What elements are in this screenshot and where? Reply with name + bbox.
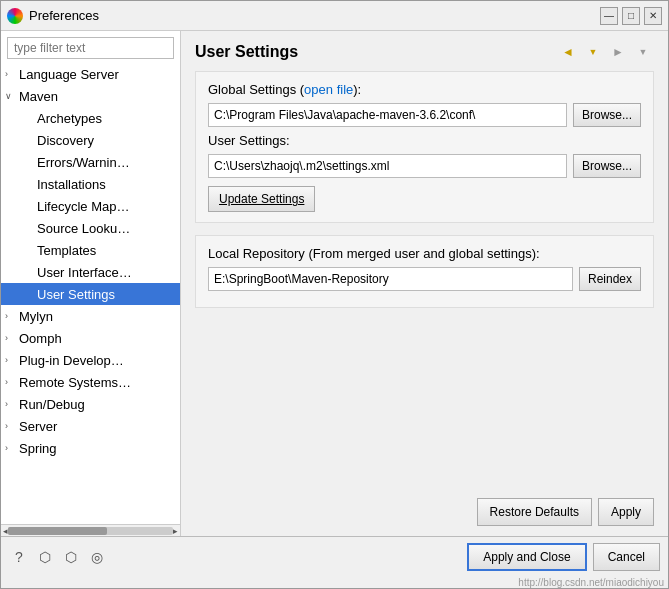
right-panel: User Settings ◄ ▼ ► ▼ Global Settings (o… xyxy=(181,31,668,536)
local-repo-label: Local Repository (From merged user and g… xyxy=(208,246,641,261)
sidebar-item-label: Source Looku… xyxy=(37,221,130,236)
local-repo-section: Local Repository (From merged user and g… xyxy=(195,235,654,308)
expand-arrow: › xyxy=(5,443,19,453)
sidebar-item-label: Archetypes xyxy=(37,111,102,126)
import-icon[interactable]: ⬡ xyxy=(61,547,81,567)
global-browse-button[interactable]: Browse... xyxy=(573,103,641,127)
tree-container: › Language Server ∨ Maven Archetypes Dis… xyxy=(1,63,180,524)
sidebar-item-spring[interactable]: › Spring xyxy=(1,437,180,459)
apply-button[interactable]: Apply xyxy=(598,498,654,526)
sidebar-item-source-lookup[interactable]: Source Looku… xyxy=(1,217,180,239)
global-settings-section: Global Settings (open file): Browse... U… xyxy=(195,71,654,223)
sidebar-item-label: Lifecycle Map… xyxy=(37,199,129,214)
info-icon[interactable]: ◎ xyxy=(87,547,107,567)
sidebar-item-label: Errors/Warnin… xyxy=(37,155,130,170)
forward-dropdown[interactable]: ▼ xyxy=(632,41,654,63)
back-button[interactable]: ◄ xyxy=(557,41,579,63)
user-browse-button[interactable]: Browse... xyxy=(573,154,641,178)
app-icon xyxy=(7,8,23,24)
user-settings-input[interactable] xyxy=(208,154,567,178)
local-repo-input[interactable] xyxy=(208,267,573,291)
hscroll-track[interactable] xyxy=(8,527,173,535)
panel-nav-icons: ◄ ▼ ► ▼ xyxy=(557,41,654,63)
sidebar-item-label: User Interface… xyxy=(37,265,132,280)
footer-bar: ? ⬡ ⬡ ◎ Apply and Close Cancel xyxy=(1,536,668,576)
minimize-button[interactable]: — xyxy=(600,7,618,25)
footer-buttons: Apply and Close Cancel xyxy=(467,543,660,571)
sidebar-item-label: Mylyn xyxy=(19,309,53,324)
sidebar-item-errors-warnings[interactable]: Errors/Warnin… xyxy=(1,151,180,173)
panel-toolbar: User Settings ◄ ▼ ► ▼ xyxy=(195,41,654,63)
forward-button[interactable]: ► xyxy=(607,41,629,63)
local-repo-row: Reindex xyxy=(208,267,641,291)
sidebar-item-label: User Settings xyxy=(37,287,115,302)
expand-arrow: ∨ xyxy=(5,91,19,101)
sidebar-item-label: Oomph xyxy=(19,331,62,346)
expand-arrow: › xyxy=(5,311,19,321)
sidebar-item-remote-systems[interactable]: › Remote Systems… xyxy=(1,371,180,393)
scroll-right[interactable]: ▸ xyxy=(173,526,178,536)
sidebar-item-server[interactable]: › Server xyxy=(1,415,180,437)
sidebar-item-label: Language Server xyxy=(19,67,119,82)
sidebar-item-lifecycle-map[interactable]: Lifecycle Map… xyxy=(1,195,180,217)
title-bar: Preferences — □ ✕ xyxy=(1,1,668,31)
filter-input[interactable] xyxy=(7,37,174,59)
window-controls: — □ ✕ xyxy=(600,7,662,25)
sidebar-item-archetypes[interactable]: Archetypes xyxy=(1,107,180,129)
preferences-window: Preferences — □ ✕ › Language Server ∨ Ma… xyxy=(0,0,669,589)
expand-arrow: › xyxy=(5,355,19,365)
expand-arrow: › xyxy=(5,421,19,431)
sidebar-item-installations[interactable]: Installations xyxy=(1,173,180,195)
sidebar-scrollbar[interactable]: ◂ ▸ xyxy=(1,524,180,536)
sidebar-item-label: Discovery xyxy=(37,133,94,148)
sidebar: › Language Server ∨ Maven Archetypes Dis… xyxy=(1,31,181,536)
action-bar: Restore Defaults Apply xyxy=(195,492,654,528)
sidebar-item-run-debug[interactable]: › Run/Debug xyxy=(1,393,180,415)
sidebar-item-plugin-development[interactable]: › Plug-in Develop… xyxy=(1,349,180,371)
cancel-button[interactable]: Cancel xyxy=(593,543,660,571)
expand-arrow: › xyxy=(5,399,19,409)
watermark: http://blog.csdn.net/miaodichiyou xyxy=(1,576,668,588)
sidebar-item-label: Installations xyxy=(37,177,106,192)
sidebar-item-label: Remote Systems… xyxy=(19,375,131,390)
close-button[interactable]: ✕ xyxy=(644,7,662,25)
panel-title: User Settings xyxy=(195,43,298,61)
sidebar-item-mylyn[interactable]: › Mylyn xyxy=(1,305,180,327)
restore-defaults-button[interactable]: Restore Defaults xyxy=(477,498,592,526)
footer-left-icons: ? ⬡ ⬡ ◎ xyxy=(9,547,107,567)
reindex-button[interactable]: Reindex xyxy=(579,267,641,291)
sidebar-item-label: Run/Debug xyxy=(19,397,85,412)
sidebar-item-templates[interactable]: Templates xyxy=(1,239,180,261)
help-icon[interactable]: ? xyxy=(9,547,29,567)
maximize-button[interactable]: □ xyxy=(622,7,640,25)
global-settings-label: Global Settings (open file): xyxy=(208,82,641,97)
sidebar-item-oomph[interactable]: › Oomph xyxy=(1,327,180,349)
global-settings-input[interactable] xyxy=(208,103,567,127)
sidebar-item-label: Plug-in Develop… xyxy=(19,353,124,368)
sidebar-item-label: Maven xyxy=(19,89,58,104)
sidebar-item-user-interface[interactable]: User Interface… xyxy=(1,261,180,283)
sidebar-item-label: Spring xyxy=(19,441,57,456)
sidebar-item-label: Templates xyxy=(37,243,96,258)
main-content: › Language Server ∨ Maven Archetypes Dis… xyxy=(1,31,668,536)
user-settings-label: User Settings: xyxy=(208,133,641,148)
sidebar-item-language-server[interactable]: › Language Server xyxy=(1,63,180,85)
global-settings-row: Browse... xyxy=(208,103,641,127)
sidebar-item-label: Server xyxy=(19,419,57,434)
user-settings-row: Browse... xyxy=(208,154,641,178)
expand-arrow: › xyxy=(5,69,19,79)
sidebar-item-user-settings[interactable]: User Settings xyxy=(1,283,180,305)
apply-close-button[interactable]: Apply and Close xyxy=(467,543,586,571)
expand-arrow: › xyxy=(5,377,19,387)
expand-arrow: › xyxy=(5,333,19,343)
update-settings-button[interactable]: Update Settings xyxy=(208,186,315,212)
export-icon[interactable]: ⬡ xyxy=(35,547,55,567)
back-dropdown[interactable]: ▼ xyxy=(582,41,604,63)
sidebar-item-maven[interactable]: ∨ Maven xyxy=(1,85,180,107)
sidebar-item-discovery[interactable]: Discovery xyxy=(1,129,180,151)
hscroll-thumb[interactable] xyxy=(8,527,107,535)
window-title: Preferences xyxy=(29,8,600,23)
open-file-link[interactable]: open file xyxy=(304,82,353,97)
